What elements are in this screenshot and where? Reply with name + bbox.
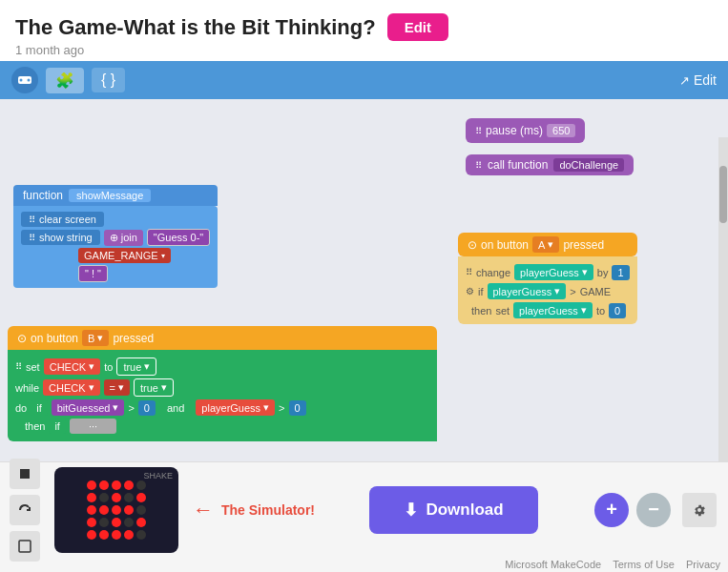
download-area: ⬇ Download bbox=[324, 477, 583, 543]
makecode-label: Microsoft MakeCode bbox=[505, 559, 601, 570]
editor-scrollbar[interactable] bbox=[718, 137, 728, 461]
dropdown-arrow9: ▾ bbox=[89, 381, 94, 394]
zoom-in-button[interactable]: + bbox=[594, 493, 629, 527]
privacy-link[interactable]: Privacy bbox=[686, 559, 720, 570]
zoom-out-button[interactable]: − bbox=[636, 493, 671, 527]
terms-link[interactable]: Terms of Use bbox=[613, 559, 675, 570]
microbit-simulator: SHAKE bbox=[54, 467, 178, 553]
page-header: The Game-What is the Bit Thinking? Edit … bbox=[0, 0, 728, 61]
scrollbar-thumb[interactable] bbox=[719, 166, 727, 223]
grid-icon: ⠿ bbox=[475, 126, 482, 136]
grid-icon4: ⠿ bbox=[29, 233, 35, 243]
dropdown-arrow8: ▾ bbox=[144, 360, 150, 373]
led-2 bbox=[112, 480, 121, 490]
bottom-toolbar: SHAKE ← The Simulator! ⬇ Download + − bbox=[0, 461, 728, 557]
code-tab[interactable]: { } bbox=[92, 68, 125, 92]
shake-label: SHAKE bbox=[143, 471, 173, 480]
led-23 bbox=[124, 530, 134, 540]
refresh-button[interactable] bbox=[10, 495, 40, 525]
on-button-a-block: ⊙ on button A ▾ pressed ⠿ change playerG… bbox=[458, 233, 637, 324]
zero2: 0 bbox=[138, 400, 156, 416]
svg-point-1 bbox=[20, 79, 23, 82]
led-15 bbox=[87, 518, 96, 527]
dropdown-arrow2: ▾ bbox=[548, 238, 553, 251]
led-24 bbox=[136, 530, 146, 540]
led-18 bbox=[124, 518, 134, 527]
led-3 bbox=[124, 480, 134, 490]
led-1 bbox=[99, 480, 109, 490]
download-icon: ⬇ bbox=[404, 500, 418, 521]
led-20 bbox=[87, 530, 96, 540]
function-keyword: function bbox=[23, 189, 63, 202]
dropdown-arrow: ▾ bbox=[161, 252, 165, 260]
dropdown-arrow5: ▾ bbox=[581, 304, 587, 317]
gear-icon: ⚙ bbox=[466, 286, 474, 296]
guess-string: "Guess 0-" bbox=[147, 229, 210, 246]
exclaim-string: " ! " bbox=[78, 265, 108, 282]
dropdown-arrow11: ▾ bbox=[161, 381, 167, 394]
led-10 bbox=[87, 505, 96, 515]
page-date: 1 month ago bbox=[15, 43, 713, 57]
function-name: showMessage bbox=[69, 189, 151, 202]
led-17 bbox=[112, 518, 121, 527]
call-label: call function bbox=[488, 158, 548, 172]
if-inner2: if bbox=[49, 419, 66, 434]
player-guess-var3: playerGuess ▾ bbox=[513, 302, 593, 318]
call-function-block: ⠿ call function doChallenge bbox=[466, 154, 634, 175]
led-14 bbox=[136, 505, 146, 515]
dropdown-arrow3: ▾ bbox=[582, 266, 588, 278]
editor-edit-button[interactable]: ↗ Edit bbox=[679, 72, 717, 88]
true-val: true ▾ bbox=[116, 358, 156, 376]
header-edit-button[interactable]: Edit bbox=[387, 13, 448, 41]
sim-controls bbox=[0, 451, 50, 569]
led-21 bbox=[99, 530, 109, 540]
player-guess-var: playerGuess ▾ bbox=[514, 264, 593, 280]
function-block: function showMessage ⠿ clear screen ⠿ sh… bbox=[13, 185, 218, 288]
pause-value: 650 bbox=[547, 124, 575, 137]
true-val2: true ▾ bbox=[134, 378, 174, 397]
button-a-var: A ▾ bbox=[532, 236, 559, 253]
svg-rect-3 bbox=[20, 469, 30, 479]
dropdown-arrow12: ▾ bbox=[113, 401, 118, 414]
join-icon: ⊕ bbox=[110, 232, 118, 243]
led-display bbox=[79, 473, 154, 547]
settings-button[interactable] bbox=[682, 493, 717, 527]
dropdown-arrow10: ▾ bbox=[118, 381, 124, 394]
simulator-label-area: ← The Simulator! bbox=[183, 498, 324, 522]
led-13 bbox=[124, 505, 134, 515]
dropdown-arrow4: ▾ bbox=[554, 285, 560, 297]
inner-condition: ··· bbox=[70, 419, 116, 434]
external-link-icon: ↗ bbox=[679, 73, 690, 88]
fullscreen-button[interactable] bbox=[10, 531, 40, 562]
check-var2: CHECK ▾ bbox=[43, 379, 100, 396]
zero3: 0 bbox=[289, 400, 306, 416]
by-value: 1 bbox=[612, 265, 629, 280]
call-fn-name: doChallenge bbox=[553, 158, 624, 172]
join-block: ⊕ join bbox=[104, 230, 143, 246]
led-19 bbox=[136, 518, 146, 527]
svg-rect-4 bbox=[19, 541, 31, 552]
stop-button[interactable] bbox=[10, 459, 40, 489]
led-4 bbox=[136, 480, 146, 490]
game-range-var: GAME_RANGE ▾ bbox=[78, 248, 171, 263]
pause-label: pause (ms) bbox=[486, 124, 543, 137]
led-7 bbox=[112, 493, 121, 502]
grid-icon2: ⠿ bbox=[475, 160, 482, 171]
show-string-block: ⠿ show string bbox=[21, 230, 100, 245]
microbit-logo-icon bbox=[11, 67, 38, 93]
grid-icon6: ⠿ bbox=[15, 361, 22, 372]
topbar-left: 🧩 { } bbox=[11, 67, 125, 93]
led-5 bbox=[87, 493, 96, 502]
arrow-icon: ← bbox=[193, 498, 214, 522]
svg-point-2 bbox=[28, 79, 31, 82]
on-button-b-block: ⊙ on button B ▾ pressed ⠿ set CHECK ▾ to… bbox=[8, 326, 437, 441]
equals-block: = ▾ bbox=[104, 379, 130, 396]
right-controls: + − bbox=[583, 493, 682, 527]
zero-val: 0 bbox=[609, 303, 626, 318]
grid-icon5: ⠿ bbox=[466, 267, 472, 277]
dropdown-arrow13: ▾ bbox=[263, 401, 269, 414]
event-icon: ⊙ bbox=[468, 238, 477, 252]
blocks-tab[interactable]: 🧩 bbox=[46, 68, 84, 93]
pause-block: ⠿ pause (ms) 650 bbox=[466, 118, 585, 143]
download-button[interactable]: ⬇ Download bbox=[369, 486, 537, 534]
